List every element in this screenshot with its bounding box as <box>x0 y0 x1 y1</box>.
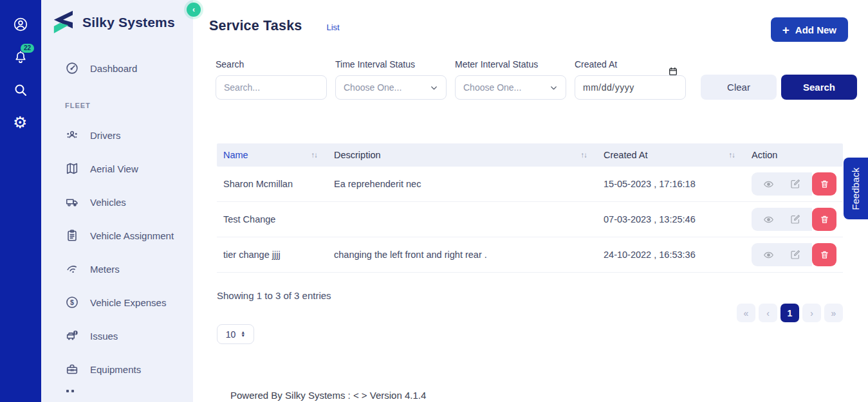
cell-created-at: 15-05-2023 , 17:16:18 <box>597 179 745 189</box>
edit-button[interactable] <box>789 178 802 190</box>
time-interval-select[interactable]: Choose One... <box>335 75 447 100</box>
edit-button[interactable] <box>789 213 802 226</box>
view-button[interactable] <box>762 248 775 262</box>
time-interval-value: Choose One... <box>344 82 402 93</box>
trash-icon <box>820 214 829 224</box>
pagination-page-1-button[interactable]: 1 <box>780 304 799 322</box>
page-title: Service Tasks <box>209 18 302 34</box>
sidebar-nav: Dashboard FLEET Drivers Aerial View Vehi… <box>41 51 193 392</box>
column-header-description[interactable]: Description ↑↓ <box>328 150 597 160</box>
sidebar-item-vehicles[interactable]: Vehicles <box>41 185 193 219</box>
created-at-filter-group: Created At <box>575 59 686 100</box>
brand-logo-icon <box>50 8 76 37</box>
created-at-date-input[interactable] <box>575 75 686 100</box>
column-header-created-at[interactable]: Created At ↑↓ <box>597 150 745 160</box>
table-row: Test Change 07-03-2023 , 13:25:46 <box>217 202 843 237</box>
add-new-button[interactable]: + Add New <box>771 17 848 42</box>
svg-text:$: $ <box>70 298 74 306</box>
dollar-circle-icon: $ <box>65 295 79 309</box>
meter-icon <box>65 262 79 276</box>
pagination-last-button[interactable]: » <box>824 304 843 322</box>
edit-icon <box>790 179 800 189</box>
meter-interval-select[interactable]: Choose One... <box>455 75 566 100</box>
feedback-tab[interactable]: Feedback <box>844 158 868 219</box>
pagination-first-button[interactable]: « <box>737 304 755 322</box>
delete-button[interactable] <box>812 243 836 266</box>
sidebar-item-meters[interactable]: Meters <box>41 252 193 286</box>
meter-interval-filter-group: Meter Interval Status Choose One... <box>455 59 566 100</box>
brand-name: Silky Systems <box>82 15 175 30</box>
sidebar-item-vehicle-assignment[interactable]: Vehicle Assignment <box>41 219 193 252</box>
pagination-next-button[interactable]: › <box>802 304 821 322</box>
sidebar-item-label: Vehicles <box>90 197 126 208</box>
action-pill <box>752 208 812 231</box>
profile-icon[interactable] <box>13 17 28 32</box>
sidebar-item-equipments[interactable]: Equipments <box>41 352 193 386</box>
meter-interval-label: Meter Interval Status <box>455 59 566 69</box>
icon-rail: 22 ⚙ <box>0 0 41 402</box>
view-button[interactable] <box>762 178 775 191</box>
cell-actions <box>745 243 843 266</box>
edit-button[interactable] <box>789 248 802 261</box>
pagination-prev-button[interactable]: ‹ <box>759 304 777 322</box>
time-interval-label: Time Interval Status <box>335 59 447 69</box>
delete-button[interactable] <box>812 172 836 196</box>
search-input[interactable] <box>216 75 327 100</box>
sidebar-item-drivers[interactable]: Drivers <box>41 118 193 152</box>
meter-interval-value: Choose One... <box>463 82 521 93</box>
sidebar-collapse-button[interactable]: ‹ <box>187 3 201 17</box>
action-pill <box>752 172 812 196</box>
sidebar: Silky Systems Dashboard FLEET Drivers Ae… <box>41 0 193 402</box>
sidebar-item-issues[interactable]: Issues <box>41 319 193 352</box>
pagination: « ‹ 1 › » <box>737 304 843 322</box>
sidebar-item-dashboard[interactable]: Dashboard <box>41 51 193 85</box>
search-filter-group: Search <box>216 59 327 100</box>
sidebar-item-vehicle-expenses[interactable]: $ Vehicle Expenses <box>41 286 193 319</box>
sort-icon[interactable]: ↑↓ <box>581 151 587 159</box>
sidebar-item-label: Drivers <box>90 130 121 141</box>
table-row: tier change jjjj changing the left front… <box>217 237 843 273</box>
plus-icon: + <box>782 24 790 36</box>
breadcrumb-list-link[interactable]: List <box>326 23 339 32</box>
cell-description: Ea reprehenderit nec <box>328 179 597 189</box>
eye-icon <box>763 214 774 225</box>
sidebar-item-aerial-view[interactable]: Aerial View <box>41 152 193 185</box>
edit-icon <box>790 250 800 260</box>
search-button[interactable]: Search <box>781 75 857 100</box>
entries-summary: Showing 1 to 3 of 3 entries <box>217 290 331 301</box>
cell-name: Test Change <box>217 214 328 224</box>
cell-name: Sharon Mcmillan <box>217 179 328 189</box>
notifications-icon[interactable]: 22 <box>13 50 28 65</box>
sidebar-section-fleet: FLEET <box>41 93 193 118</box>
cell-created-at: 07-03-2023 , 13:25:46 <box>597 214 745 224</box>
clear-button[interactable]: Clear <box>701 75 777 100</box>
notification-badge: 22 <box>21 44 34 53</box>
car-alert-icon <box>65 329 79 343</box>
table-header-row: Name ↑↓ Description ↑↓ Created At ↑↓ Act… <box>217 143 843 167</box>
delete-button[interactable] <box>812 208 836 231</box>
eye-icon <box>763 179 774 190</box>
created-at-label: Created At <box>575 59 686 69</box>
gauge-icon <box>65 61 79 75</box>
sort-icon[interactable]: ↑↓ <box>729 151 735 159</box>
stepper-icon: ▲▼ <box>241 331 245 337</box>
chevron-down-icon <box>549 84 558 92</box>
search-icon[interactable] <box>13 82 28 98</box>
gear-icon[interactable]: ⚙ <box>13 115 28 131</box>
page-size-select[interactable]: 10 ▲▼ <box>217 324 254 344</box>
sort-icon[interactable]: ↑↓ <box>311 151 318 159</box>
footer-text: Powered By Silky Systems : < > Version 4… <box>230 390 426 401</box>
cell-actions <box>745 172 843 196</box>
cell-actions <box>745 208 843 231</box>
column-header-action: Action <box>745 150 843 160</box>
brand-logo[interactable]: Silky Systems <box>41 0 193 37</box>
search-label: Search <box>216 59 327 69</box>
column-header-name[interactable]: Name ↑↓ <box>217 150 328 160</box>
view-button[interactable] <box>762 213 775 226</box>
trash-icon <box>820 250 829 260</box>
time-interval-filter-group: Time Interval Status Choose One... <box>335 59 447 100</box>
sidebar-item-label: Meters <box>90 264 120 275</box>
chevron-down-icon <box>430 84 438 92</box>
sidebar-item-label: Vehicle Expenses <box>90 297 166 308</box>
feedback-label: Feedback <box>851 167 862 210</box>
